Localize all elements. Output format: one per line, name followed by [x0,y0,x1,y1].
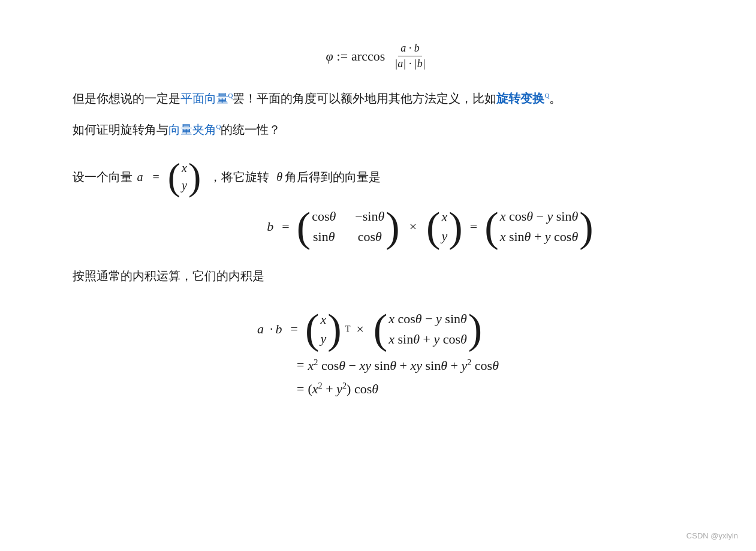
arccos-formula-section: φ := arccos a · b |a| · |b| [73,42,684,70]
arccos-text: arccos [351,49,385,64]
watermark: CSDN @yxiyin [686,531,738,540]
text-end-1: 。 [549,92,561,105]
x-entry-2: x [442,209,448,225]
rotation-formula: b = ( cosθ −sinθ sinθ cosθ ) × ( x y [180,206,684,248]
vector-xy: x y [182,159,187,195]
result-row-1: x cosθ − y sinθ [500,209,579,224]
simplified-term: (x2 + y2) cosθ [308,381,378,397]
rot-left-paren: ( [297,206,311,248]
link-plane-vector[interactable]: 平面向量 [180,92,228,105]
dot-op: · [270,321,273,337]
equals-3: = [291,321,298,337]
link-rotation-transform[interactable]: 旋转变换 [496,92,544,105]
inner-product-text: 按照通常的内积运算，它们的内积是 [73,269,264,282]
times-2: × [356,321,363,337]
right-paren: ) [188,158,201,196]
vector-a-text: 设一个向量 a = ( x y ) ，将它旋转 θ 角后得到的向量是 [73,158,684,196]
rotation-matrix: ( cosθ −sinθ sinθ cosθ ) [297,206,400,248]
vector-a-matrix: ( x y ) [168,158,201,196]
tv-xy: x y [320,309,326,349]
y-entry: y [182,179,187,192]
transpose-T: T [345,324,351,334]
result2-row-1: x cosθ − y sinθ [388,311,467,327]
expand-term: x2 cosθ − xy sinθ + xy sinθ + y2 cosθ [308,357,498,374]
text-end-2: 的统一性？ [221,123,281,136]
res-left-paren: ( [484,206,498,248]
inner-product-row1: a · b = ( x y ) T × ( [257,308,486,350]
y-entry-3: y [320,331,326,347]
fraction-denominator: |a| · |b| [392,56,427,70]
x-entry: x [182,161,187,175]
cos-theta-22: cosθ [355,229,384,245]
times-1: × [409,219,417,234]
rot-right-paren: ) [385,206,399,248]
result2-row-2: x sinθ + y cosθ [388,332,467,347]
equals-2: = [470,219,477,234]
input-vector: ( x y ) [426,206,463,248]
rv2-left-paren: ( [374,308,387,350]
equals-5: = [297,381,304,397]
res-right-paren: ) [579,206,593,248]
a-dot-b-b: b [276,321,282,337]
result-entries-2: x cosθ − y sinθ x sinθ + y cosθ [388,309,467,350]
cos-theta-11: cosθ [312,209,336,224]
result-vector: ( x cosθ − y sinθ x sinθ + y cosθ ) [484,206,594,248]
a-dot-b-a: a [257,321,264,337]
iv-left-paren: ( [426,206,440,248]
assign-op: := [337,49,348,64]
text-before-link3: 如何证明旋转角与 [73,123,168,136]
fraction-numerator: a · b [398,42,422,56]
left-paren: ( [168,158,180,196]
iv-right-paren: ) [448,206,462,248]
arccos-formula: φ := arccos a · b |a| · |b| [73,42,684,70]
equals-4: = [297,357,304,373]
text-paragraph-2: 如何证明旋转角与向量夹角Q的统一性？ [73,119,684,140]
page-content: φ := arccos a · b |a| · |b| 但是你想说的一定是平面向… [73,42,684,401]
result-vector-2: ( x cosθ − y sinθ x sinθ + y cosθ ) [374,308,483,350]
text-paragraph-3: 按照通常的内积运算，它们的内积是 [73,266,684,286]
y-entry-2: y [442,228,448,244]
inner-product-section: a · b = ( x y ) T × ( [73,304,684,401]
rotation-entries: cosθ −sinθ sinθ cosθ [312,206,384,247]
tv-left-paren: ( [305,308,319,350]
text-paragraph-1: 但是你想说的一定是平面向量Q罢！平面的角度可以额外地用其他方法定义，比如旋转变换… [73,88,684,109]
inner-product-row2: = x2 cosθ − xy sinθ + xy sinθ + y2 cosθ [293,357,499,374]
rv2-right-paren: ) [468,308,482,350]
equals-sign: = [153,170,159,184]
phi-symbol: φ [326,49,333,64]
var-a: a [137,170,143,184]
sin-theta-21: sinθ [312,229,336,245]
theta-var: θ [276,170,282,184]
tv-right-paren: ) [327,308,341,350]
input-xy: x y [442,207,448,246]
x-entry-3: x [320,312,326,327]
vector-setup-section: 设一个向量 a = ( x y ) ，将它旋转 θ 角后得到的向量是 b = [73,158,684,248]
transpose-vector: ( x y ) [305,308,342,350]
fraction: a · b |a| · |b| [392,42,427,70]
result-row-2: x sinθ + y cosθ [500,229,579,245]
var-b: b [267,219,273,234]
link-vector-angle[interactable]: 向量夹角 [168,123,216,136]
comma-text: ，将它旋转 [209,169,269,185]
text-before-link1: 但是你想说的一定是 [73,92,180,105]
result-entries: x cosθ − y sinθ x sinθ + y cosθ [500,206,579,247]
neg-sin-theta-12: −sinθ [355,209,384,224]
after-theta-text: 角后得到的向量是 [285,169,381,185]
b-equals: = [282,219,289,234]
setup-text: 设一个向量 [73,169,132,185]
text-middle-1: 罢！平面的角度可以额外地用其他方法定义，比如 [233,92,496,105]
inner-product-align: a · b = ( x y ) T × ( [257,304,499,401]
inner-product-row3: = (x2 + y2) cosθ [293,381,378,397]
